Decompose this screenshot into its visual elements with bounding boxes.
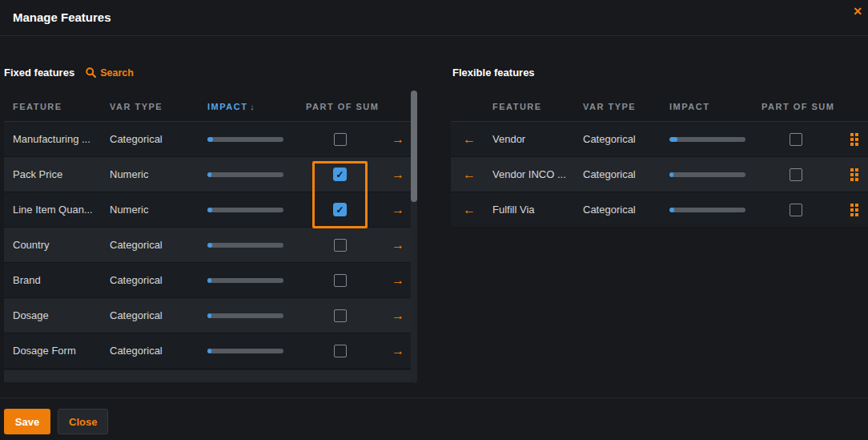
var-type: Categorical xyxy=(110,345,207,357)
feature-name: Brand xyxy=(4,274,110,286)
table-row: DosageCategorical→ xyxy=(4,298,411,333)
table-row: CountryCategorical→ xyxy=(4,228,411,263)
feature-name: Line Item Quan... xyxy=(4,204,110,216)
part-of-sum-checkbox[interactable]: ✓ xyxy=(333,168,347,181)
close-button[interactable]: Close xyxy=(58,409,108,434)
flexible-table-body: ←VendorCategorical←Vendor INCO ...Catego… xyxy=(451,122,868,228)
part-of-sum-checkbox[interactable] xyxy=(334,345,347,357)
column-header-var-type[interactable]: VAR TYPE xyxy=(110,102,207,111)
column-header-impact[interactable]: IMPACT xyxy=(669,102,762,111)
var-type: Categorical xyxy=(110,239,207,251)
search-label: Search xyxy=(100,67,134,79)
feature-name: Pack Price xyxy=(4,168,110,180)
flexible-features-panel: Flexible features FEATURE VAR TYPE IMPAC… xyxy=(451,64,868,385)
move-to-flexible-icon[interactable]: → xyxy=(392,345,404,357)
move-to-flexible-icon[interactable]: → xyxy=(392,309,404,322)
save-button[interactable]: Save xyxy=(4,409,50,434)
part-of-sum-checkbox[interactable] xyxy=(334,309,347,322)
feature-name: Country xyxy=(4,239,110,251)
move-to-flexible-icon[interactable]: → xyxy=(392,204,404,216)
fixed-table-body: Manufacturing ...Categorical→Pack PriceN… xyxy=(4,122,411,369)
table-row: ←VendorCategorical xyxy=(451,122,868,157)
scrollbar-thumb[interactable] xyxy=(411,91,417,202)
impact-bar-fill xyxy=(207,172,211,177)
impact-bar-fill xyxy=(207,208,212,212)
table-row: Dosage FormCategorical→ xyxy=(4,333,411,369)
impact-bar xyxy=(207,243,283,248)
flexible-features-title: Flexible features xyxy=(452,67,535,79)
part-of-sum-checkbox[interactable] xyxy=(334,274,347,287)
column-header-part-of-sum[interactable]: PART OF SUM xyxy=(762,102,830,111)
drag-handle-icon[interactable] xyxy=(850,204,858,216)
move-to-flexible-icon[interactable]: → xyxy=(392,239,404,252)
impact-bar-fill xyxy=(207,137,213,142)
fixed-table-header: FEATURE VAR TYPE IMPACT↓ PART OF SUM xyxy=(4,92,411,122)
dialog-footer: Save Close xyxy=(0,398,868,440)
feature-name: Fulfill Via xyxy=(491,204,583,216)
part-of-sum-checkbox[interactable] xyxy=(790,204,802,216)
var-type: Categorical xyxy=(110,309,207,321)
column-header-feature[interactable]: FEATURE xyxy=(491,102,583,111)
part-of-sum-checkbox[interactable] xyxy=(790,168,802,181)
empty-row xyxy=(4,370,411,382)
dialog-titlebar: Manage Features ✕ xyxy=(0,0,868,36)
part-of-sum-checkbox[interactable]: ✓ xyxy=(333,203,347,216)
var-type: Categorical xyxy=(110,133,207,145)
part-of-sum-checkbox[interactable] xyxy=(790,133,802,146)
move-to-flexible-icon[interactable]: → xyxy=(392,274,404,287)
column-header-impact[interactable]: IMPACT↓ xyxy=(207,102,306,111)
table-row: ←Vendor INCO ...Categorical xyxy=(451,157,868,192)
impact-bar xyxy=(669,137,745,142)
var-type: Numeric xyxy=(110,168,207,180)
feature-name: Manufacturing ... xyxy=(4,133,110,145)
column-header-feature[interactable]: FEATURE xyxy=(4,102,110,111)
fixed-features-title: Fixed features xyxy=(4,67,74,79)
impact-bar xyxy=(207,349,283,353)
search-button[interactable]: Search xyxy=(86,67,134,79)
impact-bar xyxy=(207,313,283,318)
feature-name: Vendor xyxy=(491,133,583,145)
impact-bar-fill xyxy=(669,208,674,212)
var-type: Numeric xyxy=(110,204,207,216)
move-to-fixed-icon[interactable]: ← xyxy=(463,204,476,216)
var-type: Categorical xyxy=(583,133,669,145)
table-row: BrandCategorical→ xyxy=(4,263,411,298)
impact-bar xyxy=(207,137,283,142)
var-type: Categorical xyxy=(583,168,669,180)
move-to-flexible-icon[interactable]: → xyxy=(392,133,404,146)
flexible-table-header: FEATURE VAR TYPE IMPACT PART OF SUM xyxy=(451,92,868,122)
impact-bar xyxy=(669,208,745,212)
sort-descending-icon: ↓ xyxy=(250,102,255,111)
impact-bar xyxy=(207,208,283,212)
feature-name: Dosage xyxy=(4,309,110,321)
impact-bar-fill xyxy=(207,349,211,353)
table-row: Pack PriceNumeric✓→ xyxy=(4,157,411,192)
move-to-fixed-icon[interactable]: ← xyxy=(463,133,476,146)
move-to-fixed-icon[interactable]: ← xyxy=(463,168,476,181)
part-of-sum-checkbox[interactable] xyxy=(334,133,347,146)
close-icon[interactable]: ✕ xyxy=(853,6,862,17)
scrollbar[interactable] xyxy=(411,91,417,383)
feature-name: Dosage Form xyxy=(4,345,110,357)
search-icon xyxy=(86,67,96,78)
table-row: Line Item Quan...Numeric✓→ xyxy=(4,192,411,228)
drag-handle-icon[interactable] xyxy=(850,168,858,181)
impact-bar-fill xyxy=(207,278,211,283)
impact-bar xyxy=(207,172,283,177)
var-type: Categorical xyxy=(110,274,207,286)
drag-handle-icon[interactable] xyxy=(850,133,858,146)
part-of-sum-checkbox[interactable] xyxy=(334,239,347,252)
column-header-part-of-sum[interactable]: PART OF SUM xyxy=(306,102,374,111)
column-header-var-type[interactable]: VAR TYPE xyxy=(583,102,669,111)
feature-name: Vendor INCO ... xyxy=(491,168,583,180)
table-row: ←Fulfill ViaCategorical xyxy=(451,192,868,228)
impact-bar xyxy=(207,278,283,283)
fixed-features-panel: Fixed features Search FEATURE VAR TYPE I… xyxy=(4,64,417,385)
impact-bar-fill xyxy=(207,243,212,248)
move-to-flexible-icon[interactable]: → xyxy=(392,168,404,181)
var-type: Categorical xyxy=(583,204,669,216)
impact-bar-fill xyxy=(669,137,677,142)
impact-bar-fill xyxy=(207,313,211,318)
table-row: Manufacturing ...Categorical→ xyxy=(4,122,411,157)
impact-bar-fill xyxy=(669,172,673,177)
